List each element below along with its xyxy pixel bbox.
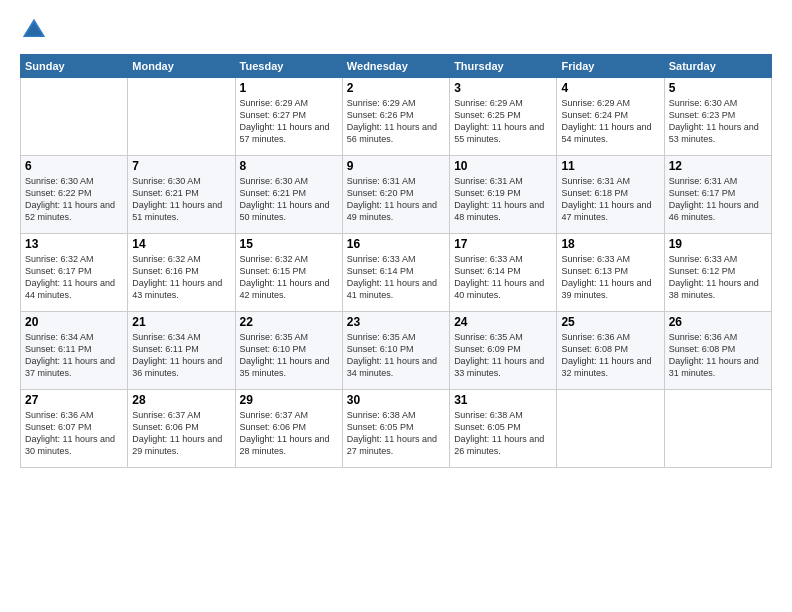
day-info: Sunrise: 6:35 AM Sunset: 6:09 PM Dayligh…: [454, 331, 552, 380]
day-info: Sunrise: 6:29 AM Sunset: 6:25 PM Dayligh…: [454, 97, 552, 146]
day-number: 7: [132, 159, 230, 173]
day-number: 8: [240, 159, 338, 173]
day-info: Sunrise: 6:38 AM Sunset: 6:05 PM Dayligh…: [347, 409, 445, 458]
day-info: Sunrise: 6:31 AM Sunset: 6:18 PM Dayligh…: [561, 175, 659, 224]
calendar-cell: 18Sunrise: 6:33 AM Sunset: 6:13 PM Dayli…: [557, 234, 664, 312]
day-number: 16: [347, 237, 445, 251]
day-number: 24: [454, 315, 552, 329]
weekday-header: Tuesday: [235, 55, 342, 78]
calendar-cell: 24Sunrise: 6:35 AM Sunset: 6:09 PM Dayli…: [450, 312, 557, 390]
calendar-header: SundayMondayTuesdayWednesdayThursdayFrid…: [21, 55, 772, 78]
day-info: Sunrise: 6:29 AM Sunset: 6:27 PM Dayligh…: [240, 97, 338, 146]
calendar-cell: [664, 390, 771, 468]
day-info: Sunrise: 6:30 AM Sunset: 6:21 PM Dayligh…: [240, 175, 338, 224]
calendar-cell: 11Sunrise: 6:31 AM Sunset: 6:18 PM Dayli…: [557, 156, 664, 234]
day-number: 14: [132, 237, 230, 251]
calendar-cell: 26Sunrise: 6:36 AM Sunset: 6:08 PM Dayli…: [664, 312, 771, 390]
day-info: Sunrise: 6:35 AM Sunset: 6:10 PM Dayligh…: [347, 331, 445, 380]
calendar-cell: 28Sunrise: 6:37 AM Sunset: 6:06 PM Dayli…: [128, 390, 235, 468]
calendar-cell: [128, 78, 235, 156]
calendar-cell: 13Sunrise: 6:32 AM Sunset: 6:17 PM Dayli…: [21, 234, 128, 312]
calendar-table: SundayMondayTuesdayWednesdayThursdayFrid…: [20, 54, 772, 468]
day-number: 15: [240, 237, 338, 251]
day-info: Sunrise: 6:34 AM Sunset: 6:11 PM Dayligh…: [25, 331, 123, 380]
weekday-header: Monday: [128, 55, 235, 78]
header: [20, 16, 772, 44]
day-info: Sunrise: 6:32 AM Sunset: 6:17 PM Dayligh…: [25, 253, 123, 302]
day-number: 22: [240, 315, 338, 329]
day-info: Sunrise: 6:37 AM Sunset: 6:06 PM Dayligh…: [132, 409, 230, 458]
day-number: 17: [454, 237, 552, 251]
calendar-cell: 2Sunrise: 6:29 AM Sunset: 6:26 PM Daylig…: [342, 78, 449, 156]
calendar-cell: [21, 78, 128, 156]
calendar-cell: 15Sunrise: 6:32 AM Sunset: 6:15 PM Dayli…: [235, 234, 342, 312]
day-info: Sunrise: 6:30 AM Sunset: 6:23 PM Dayligh…: [669, 97, 767, 146]
day-number: 6: [25, 159, 123, 173]
day-number: 5: [669, 81, 767, 95]
day-info: Sunrise: 6:31 AM Sunset: 6:20 PM Dayligh…: [347, 175, 445, 224]
day-number: 11: [561, 159, 659, 173]
day-number: 13: [25, 237, 123, 251]
day-info: Sunrise: 6:35 AM Sunset: 6:10 PM Dayligh…: [240, 331, 338, 380]
day-info: Sunrise: 6:31 AM Sunset: 6:17 PM Dayligh…: [669, 175, 767, 224]
day-number: 25: [561, 315, 659, 329]
day-number: 23: [347, 315, 445, 329]
day-info: Sunrise: 6:32 AM Sunset: 6:16 PM Dayligh…: [132, 253, 230, 302]
day-info: Sunrise: 6:33 AM Sunset: 6:12 PM Dayligh…: [669, 253, 767, 302]
calendar-cell: 3Sunrise: 6:29 AM Sunset: 6:25 PM Daylig…: [450, 78, 557, 156]
day-info: Sunrise: 6:33 AM Sunset: 6:13 PM Dayligh…: [561, 253, 659, 302]
logo-icon: [20, 16, 48, 44]
day-number: 30: [347, 393, 445, 407]
logo: [20, 16, 52, 44]
calendar-cell: 4Sunrise: 6:29 AM Sunset: 6:24 PM Daylig…: [557, 78, 664, 156]
calendar-cell: [557, 390, 664, 468]
day-info: Sunrise: 6:29 AM Sunset: 6:26 PM Dayligh…: [347, 97, 445, 146]
day-info: Sunrise: 6:37 AM Sunset: 6:06 PM Dayligh…: [240, 409, 338, 458]
calendar-cell: 5Sunrise: 6:30 AM Sunset: 6:23 PM Daylig…: [664, 78, 771, 156]
day-info: Sunrise: 6:30 AM Sunset: 6:21 PM Dayligh…: [132, 175, 230, 224]
day-number: 20: [25, 315, 123, 329]
calendar-cell: 16Sunrise: 6:33 AM Sunset: 6:14 PM Dayli…: [342, 234, 449, 312]
day-info: Sunrise: 6:36 AM Sunset: 6:08 PM Dayligh…: [669, 331, 767, 380]
calendar-cell: 9Sunrise: 6:31 AM Sunset: 6:20 PM Daylig…: [342, 156, 449, 234]
day-info: Sunrise: 6:33 AM Sunset: 6:14 PM Dayligh…: [454, 253, 552, 302]
day-number: 1: [240, 81, 338, 95]
calendar-cell: 8Sunrise: 6:30 AM Sunset: 6:21 PM Daylig…: [235, 156, 342, 234]
weekday-header: Friday: [557, 55, 664, 78]
day-info: Sunrise: 6:29 AM Sunset: 6:24 PM Dayligh…: [561, 97, 659, 146]
day-info: Sunrise: 6:31 AM Sunset: 6:19 PM Dayligh…: [454, 175, 552, 224]
day-info: Sunrise: 6:36 AM Sunset: 6:07 PM Dayligh…: [25, 409, 123, 458]
day-number: 3: [454, 81, 552, 95]
calendar-cell: 30Sunrise: 6:38 AM Sunset: 6:05 PM Dayli…: [342, 390, 449, 468]
weekday-header: Wednesday: [342, 55, 449, 78]
calendar-cell: 6Sunrise: 6:30 AM Sunset: 6:22 PM Daylig…: [21, 156, 128, 234]
day-number: 19: [669, 237, 767, 251]
day-info: Sunrise: 6:32 AM Sunset: 6:15 PM Dayligh…: [240, 253, 338, 302]
day-info: Sunrise: 6:33 AM Sunset: 6:14 PM Dayligh…: [347, 253, 445, 302]
calendar-cell: 25Sunrise: 6:36 AM Sunset: 6:08 PM Dayli…: [557, 312, 664, 390]
page: SundayMondayTuesdayWednesdayThursdayFrid…: [0, 0, 792, 612]
day-number: 28: [132, 393, 230, 407]
calendar-cell: 7Sunrise: 6:30 AM Sunset: 6:21 PM Daylig…: [128, 156, 235, 234]
calendar-cell: 27Sunrise: 6:36 AM Sunset: 6:07 PM Dayli…: [21, 390, 128, 468]
day-number: 12: [669, 159, 767, 173]
day-number: 9: [347, 159, 445, 173]
day-number: 27: [25, 393, 123, 407]
day-number: 2: [347, 81, 445, 95]
day-number: 10: [454, 159, 552, 173]
day-info: Sunrise: 6:36 AM Sunset: 6:08 PM Dayligh…: [561, 331, 659, 380]
day-info: Sunrise: 6:38 AM Sunset: 6:05 PM Dayligh…: [454, 409, 552, 458]
calendar-cell: 21Sunrise: 6:34 AM Sunset: 6:11 PM Dayli…: [128, 312, 235, 390]
calendar-cell: 12Sunrise: 6:31 AM Sunset: 6:17 PM Dayli…: [664, 156, 771, 234]
day-number: 29: [240, 393, 338, 407]
calendar-cell: 23Sunrise: 6:35 AM Sunset: 6:10 PM Dayli…: [342, 312, 449, 390]
day-number: 21: [132, 315, 230, 329]
calendar-cell: 22Sunrise: 6:35 AM Sunset: 6:10 PM Dayli…: [235, 312, 342, 390]
calendar-cell: 17Sunrise: 6:33 AM Sunset: 6:14 PM Dayli…: [450, 234, 557, 312]
calendar-cell: 20Sunrise: 6:34 AM Sunset: 6:11 PM Dayli…: [21, 312, 128, 390]
day-number: 26: [669, 315, 767, 329]
calendar-cell: 31Sunrise: 6:38 AM Sunset: 6:05 PM Dayli…: [450, 390, 557, 468]
calendar-cell: 14Sunrise: 6:32 AM Sunset: 6:16 PM Dayli…: [128, 234, 235, 312]
calendar-cell: 1Sunrise: 6:29 AM Sunset: 6:27 PM Daylig…: [235, 78, 342, 156]
calendar-cell: 29Sunrise: 6:37 AM Sunset: 6:06 PM Dayli…: [235, 390, 342, 468]
